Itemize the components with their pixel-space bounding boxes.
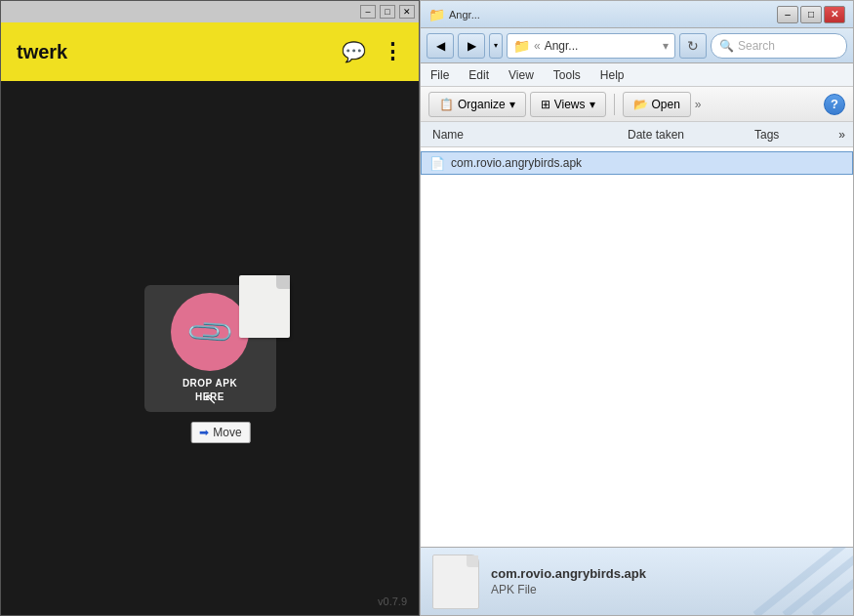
- address-dropdown-icon[interactable]: ▾: [663, 39, 669, 53]
- views-icon: ⊞: [541, 98, 550, 111]
- open-button[interactable]: 📂 Open: [623, 92, 691, 117]
- explorer-folder-icon: 📁: [428, 7, 445, 22]
- status-file-icon: [432, 554, 479, 609]
- column-expand-icon[interactable]: »: [838, 128, 845, 142]
- file-item-name: com.rovio.angrybirds.apk: [451, 156, 844, 170]
- header-icons: 💬 ⋮: [342, 39, 403, 64]
- status-file-name: com.rovio.angrybirds.apk: [491, 566, 646, 581]
- move-label: Move: [213, 426, 241, 439]
- maximize-button[interactable]: □: [380, 5, 395, 19]
- column-header-tags[interactable]: Tags: [751, 128, 829, 142]
- organize-dropdown-icon: ▾: [509, 98, 515, 111]
- menu-file[interactable]: File: [427, 66, 453, 84]
- status-file-info: com.rovio.angrybirds.apk APK File: [491, 566, 646, 596]
- cursor-indicator: ↖: [204, 390, 217, 408]
- organize-icon: 📋: [439, 98, 454, 111]
- back-button[interactable]: ◀: [427, 33, 454, 59]
- explorer-maximize-button[interactable]: □: [800, 6, 822, 23]
- file-list: 📄 com.rovio.angrybirds.apk: [421, 147, 853, 547]
- action-separator: [614, 94, 615, 115]
- organize-label: Organize: [458, 98, 506, 111]
- menu-tools[interactable]: Tools: [549, 66, 585, 84]
- status-file-type: APK File: [491, 583, 646, 596]
- version-text: v0.7.9: [378, 595, 407, 607]
- organize-button[interactable]: 📋 Organize ▾: [428, 92, 526, 117]
- drop-circle: 📎: [171, 293, 249, 371]
- attach-icon: 📎: [183, 305, 236, 358]
- forward-button[interactable]: ▶: [458, 33, 485, 59]
- menu-view[interactable]: View: [505, 66, 538, 84]
- search-icon: 🔍: [719, 39, 734, 53]
- move-tooltip: ➡ Move: [190, 422, 250, 443]
- address-bar[interactable]: 📁 « Angr... ▾: [507, 33, 675, 59]
- column-headers: Name Date taken Tags »: [421, 122, 853, 147]
- status-decoration: [736, 547, 853, 615]
- address-separator: «: [534, 39, 541, 53]
- more-actions-icon[interactable]: »: [695, 98, 702, 111]
- address-text: Angr...: [545, 39, 579, 53]
- file-item[interactable]: 📄 com.rovio.angrybirds.apk: [421, 151, 853, 175]
- open-label: Open: [652, 98, 680, 111]
- explorer-minimize-button[interactable]: –: [777, 6, 798, 23]
- svg-line-1: [785, 547, 853, 615]
- column-header-date[interactable]: Date taken: [624, 128, 751, 142]
- explorer-toolbar: ◀ ▶ ▾ 📁 « Angr... ▾ ↻ 🔍 Search: [421, 28, 853, 63]
- nav-dropdown-button[interactable]: ▾: [489, 33, 503, 59]
- app-content: 📎 DROP APKHERE ↖ ➡ Move: [1, 81, 419, 615]
- open-icon: 📂: [633, 98, 648, 111]
- right-panel: 📁 Angr... – □ ✕ ◀ ▶ ▾ 📁 « Angr... ▾ ↻ 🔍 …: [420, 0, 854, 616]
- app-header: twerk 💬 ⋮: [1, 22, 419, 81]
- drop-zone[interactable]: 📎 DROP APKHERE ↖: [144, 285, 276, 412]
- explorer-title-label: Angr...: [449, 9, 480, 21]
- minimize-button[interactable]: –: [360, 5, 376, 19]
- menu-icon[interactable]: ⋮: [382, 39, 403, 64]
- chat-icon[interactable]: 💬: [342, 40, 366, 63]
- menu-help[interactable]: Help: [596, 66, 629, 84]
- left-panel: – □ ✕ twerk 💬 ⋮ 📎 DROP APKHER: [0, 0, 420, 616]
- app-title: twerk: [17, 41, 67, 63]
- search-box[interactable]: 🔍 Search: [711, 33, 847, 59]
- explorer-close-button[interactable]: ✕: [824, 6, 845, 23]
- file-item-icon: 📄: [429, 156, 445, 171]
- help-button[interactable]: ?: [824, 94, 845, 115]
- menu-edit[interactable]: Edit: [465, 66, 493, 84]
- svg-line-0: [755, 547, 853, 615]
- file-icon: [239, 275, 290, 338]
- explorer-titlebar: 📁 Angr... – □ ✕: [421, 1, 853, 28]
- close-button[interactable]: ✕: [399, 5, 415, 19]
- address-folder-icon: 📁: [513, 38, 530, 54]
- search-placeholder-text: Search: [738, 39, 775, 53]
- column-header-name[interactable]: Name: [428, 128, 624, 142]
- drop-zone-container: 📎 DROP APKHERE ↖ ➡ Move: [144, 285, 276, 412]
- explorer-title-buttons: – □ ✕: [777, 6, 845, 23]
- svg-line-2: [814, 547, 853, 615]
- refresh-button[interactable]: ↻: [679, 33, 707, 59]
- move-arrow-icon: ➡: [199, 426, 209, 439]
- status-bar: com.rovio.angrybirds.apk APK File: [421, 547, 853, 615]
- menu-bar: File Edit View Tools Help: [421, 63, 853, 87]
- explorer-title-text: 📁 Angr...: [428, 7, 480, 22]
- action-bar: 📋 Organize ▾ ⊞ Views ▾ 📂 Open » ?: [421, 87, 853, 122]
- views-label: Views: [554, 98, 586, 111]
- views-button[interactable]: ⊞ Views ▾: [530, 92, 606, 117]
- app-titlebar: – □ ✕: [1, 1, 419, 22]
- views-dropdown-icon: ▾: [590, 98, 595, 111]
